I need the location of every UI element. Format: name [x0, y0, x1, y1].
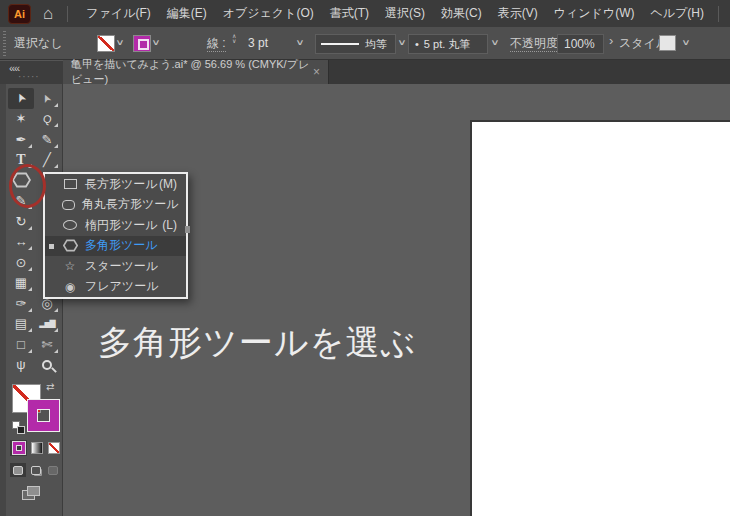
profile-chevron-icon[interactable]: ∨ — [397, 39, 406, 47]
pen-tool[interactable]: ✒ — [8, 129, 34, 150]
symbol-sprayer-icon: ▤ — [15, 316, 27, 331]
opacity-field[interactable]: 100% — [557, 34, 604, 54]
hand-tool[interactable]: ψ — [8, 355, 34, 376]
lasso-tool[interactable]: Q — [34, 109, 60, 130]
symbol-sprayer-tool[interactable]: ▤ — [8, 314, 34, 335]
rectangle-tool-icon — [62, 179, 78, 189]
stroke-weight-chevron-icon[interactable]: ∨ — [295, 39, 304, 47]
width-icon: ↔ — [15, 234, 28, 249]
artboard[interactable] — [470, 120, 730, 516]
menu-effect[interactable]: 効果(C) — [433, 0, 490, 27]
menu-divider — [718, 6, 719, 22]
graph-icon: ▂▅▇ — [39, 319, 54, 328]
screen-mode-button[interactable] — [22, 486, 42, 501]
selection-tool[interactable]: ➤ — [8, 88, 34, 109]
graph-tool[interactable]: ▂▅▇ — [34, 314, 60, 335]
screen-mode-icon — [27, 486, 40, 496]
stepper-down-icon[interactable]: ∨ — [232, 39, 236, 44]
default-stroke-square — [17, 426, 25, 434]
fill-color-swatch[interactable] — [97, 35, 115, 52]
default-fill-stroke-icon[interactable] — [12, 421, 26, 435]
menu-select[interactable]: 選択(S) — [377, 0, 433, 27]
zoom-tool[interactable] — [34, 355, 60, 376]
none-button[interactable] — [45, 440, 62, 456]
menu-bar: Ai ⌂ ファイル(F) 編集(E) オブジェクト(O) 書式(T) 選択(S)… — [0, 0, 730, 27]
selection-status: 選択なし — [14, 27, 63, 59]
swap-fill-stroke-icon[interactable]: ⇄ — [46, 381, 54, 392]
gradient-button[interactable] — [28, 440, 45, 456]
color-button-icon — [13, 442, 25, 454]
style-swatch[interactable] — [659, 35, 676, 51]
stroke-indicator[interactable] — [28, 400, 59, 431]
stroke-color-swatch[interactable] — [133, 35, 151, 52]
draw-behind-mode-button[interactable] — [28, 463, 44, 477]
color-button[interactable] — [10, 440, 27, 456]
panel-grip[interactable] — [3, 31, 6, 56]
stroke-dropdown-chevron-icon[interactable]: ∨ — [151, 39, 160, 47]
fill-dropdown-chevron-icon[interactable]: ∨ — [115, 39, 124, 47]
home-icon[interactable]: ⌂ — [43, 5, 53, 22]
flyout-item-ellipse-tool[interactable]: 楕円形ツール (L) — [45, 215, 186, 236]
flyout-item-rounded-rectangle-tool[interactable]: 角丸長方形ツール — [45, 195, 186, 216]
magic-wand-icon: ✶ — [16, 111, 27, 126]
mesh-icon: ▦ — [15, 275, 27, 290]
artboard-icon: □ — [17, 337, 25, 352]
slice-tool[interactable]: ✄ — [34, 334, 60, 355]
draw-normal-mode-button[interactable] — [10, 463, 26, 477]
menu-edit[interactable]: 編集(E) — [159, 0, 215, 27]
document-tab[interactable]: 亀甲を描いてみよう.ai* @ 56.69 % (CMYK/プレビュー) × — [63, 60, 329, 84]
draw-inside-mode-button[interactable] — [45, 463, 61, 477]
menu-object[interactable]: オブジェクト(O) — [215, 0, 322, 27]
width-tool[interactable]: ↔ — [8, 232, 34, 253]
eyedropper-icon: ✑ — [16, 296, 27, 311]
stroke-profile-dropdown[interactable]: 均等 — [315, 34, 396, 54]
menu-view[interactable]: 表示(V) — [490, 0, 546, 27]
mesh-tool[interactable]: ▦ — [8, 273, 34, 294]
none-button-icon — [48, 442, 60, 454]
menu-file[interactable]: ファイル(F) — [78, 0, 158, 27]
curvature-tool[interactable]: ✎ — [34, 129, 60, 150]
curvature-icon: ✎ — [42, 132, 53, 147]
illustrator-window: Ai ⌂ ファイル(F) 編集(E) オブジェクト(O) 書式(T) 選択(S)… — [0, 0, 730, 516]
shape-builder-tool[interactable]: ⊙ — [8, 252, 34, 273]
flyout-item-label: スターツール — [85, 258, 158, 275]
app-logo-icon[interactable]: Ai — [8, 4, 31, 24]
flyout-item-star-tool[interactable]: ☆ スターツール — [45, 256, 186, 277]
slice-icon: ✄ — [42, 337, 53, 352]
zoom-icon — [42, 360, 52, 370]
brush-value: 5 pt. 丸筆 — [424, 37, 470, 52]
magic-wand-tool[interactable]: ✶ — [8, 109, 34, 130]
selection-tool-icon: ➤ — [13, 91, 30, 106]
brush-preview-dot: • — [415, 38, 419, 50]
stroke-weight-label[interactable]: 線 : — [207, 35, 226, 52]
flyout-item-shortcut: (M) — [159, 177, 186, 191]
rotate-tool[interactable]: ↻ — [8, 211, 34, 232]
brush-definition-dropdown[interactable]: • 5 pt. 丸筆 — [408, 34, 488, 54]
tab-close-icon[interactable]: × — [313, 65, 320, 79]
artboard-tool[interactable]: □ — [8, 334, 34, 355]
shape-tools-flyout-menu: 長方形ツール (M) 角丸長方形ツール 楕円形ツール (L) 多角形ツール ☆ … — [43, 172, 188, 299]
eyedropper-tool[interactable]: ✑ — [8, 293, 34, 314]
menu-window[interactable]: ウィンドウ(W) — [546, 0, 643, 27]
opacity-expand-arrow-icon[interactable]: › — [609, 33, 613, 48]
flyout-item-rectangle-tool[interactable]: 長方形ツール (M) — [45, 174, 186, 195]
menu-help[interactable]: ヘルプ(H) — [642, 0, 712, 27]
toolbar-grip[interactable]: ····· — [18, 71, 40, 82]
flyout-item-flare-tool[interactable]: ◉ フレアツール — [45, 277, 186, 298]
direct-selection-tool[interactable]: ➤ — [34, 88, 60, 109]
lasso-icon: Q — [41, 112, 52, 126]
menu-type[interactable]: 書式(T) — [322, 0, 377, 27]
stroke-weight-value[interactable]: 3 pt — [248, 27, 268, 59]
rotate-icon: ↻ — [16, 214, 27, 229]
flyout-item-polygon-tool[interactable]: 多角形ツール — [45, 236, 186, 257]
annotation-text: 多角形ツールを選ぶ — [98, 320, 416, 366]
toolbar-header: «« ····· — [0, 60, 63, 84]
flyout-item-label: 角丸長方形ツール — [82, 196, 179, 213]
toolbar-edge — [0, 84, 6, 516]
hand-icon: ψ — [16, 357, 25, 372]
brush-chevron-icon[interactable]: ∨ — [490, 39, 499, 47]
flyout-item-label: フレアツール — [85, 278, 158, 295]
style-chevron-icon[interactable]: ∨ — [681, 39, 690, 47]
pen-icon: ✒ — [16, 132, 27, 147]
stroke-weight-stepper[interactable]: ∧ ∨ — [232, 34, 236, 44]
